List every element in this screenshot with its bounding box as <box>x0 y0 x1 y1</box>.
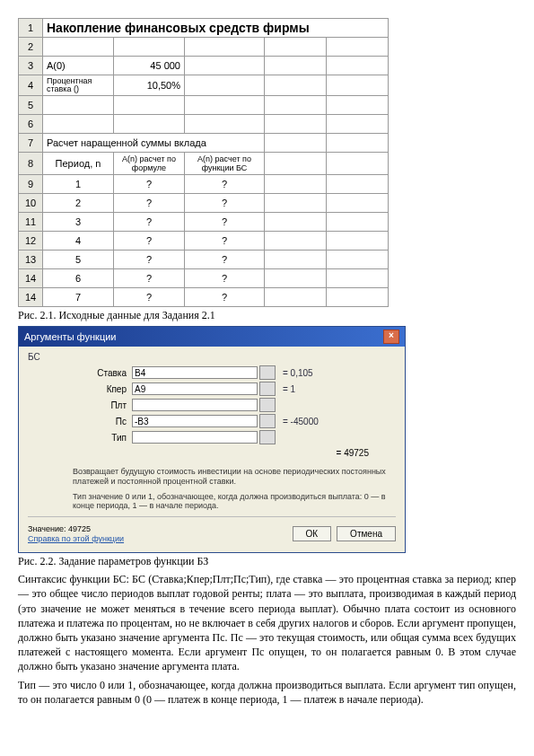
help-link[interactable]: Справка по этой функции <box>28 534 124 543</box>
range-select-icon[interactable] <box>259 382 276 396</box>
arg-input-plt[interactable] <box>132 399 258 411</box>
table-cell: ? <box>114 251 185 269</box>
row-num: 6 <box>19 115 43 134</box>
table-cell: ? <box>114 175 185 194</box>
arg-result: = 1 <box>276 384 295 394</box>
row-num: 14 <box>19 288 43 307</box>
row-num: 9 <box>19 175 43 194</box>
dialog-desc-2: Тип значение 0 или 1, обозначающее, когд… <box>73 492 390 512</box>
arg-label: Плт <box>28 400 132 410</box>
row-num: 11 <box>19 213 43 232</box>
dialog-description: Возвращает будущую стоимость инвестиции … <box>73 467 390 511</box>
row-num: 8 <box>19 153 43 175</box>
table-cell: 6 <box>43 269 114 288</box>
sheet-title: Накопление финансовых средств фирмы <box>43 19 389 38</box>
range-select-icon[interactable] <box>259 430 276 444</box>
arg-label: Ставка <box>28 368 132 378</box>
arg-input-kper[interactable] <box>132 382 258 395</box>
rate-value: 10,50% <box>114 75 185 96</box>
table-cell: ? <box>185 213 265 232</box>
col-bs: A(n) расчет по функции БС <box>185 153 265 175</box>
row-num: 10 <box>19 194 43 213</box>
table-cell: ? <box>114 194 185 213</box>
table-cell: ? <box>185 175 265 194</box>
dialog-desc-1: Возвращает будущую стоимость инвестиции … <box>73 467 390 487</box>
table-cell: ? <box>114 213 185 232</box>
dialog-value-line: = 49725 <box>28 448 396 458</box>
table-cell: 7 <box>43 288 114 307</box>
table-cell: ? <box>185 232 265 251</box>
arg-label: Кпер <box>28 384 132 394</box>
row-num: 2 <box>19 38 43 57</box>
table-cell: ? <box>185 288 265 307</box>
body-paragraph-2: Тип — это число 0 или 1, обозначающее, к… <box>18 678 516 707</box>
table-cell: 5 <box>43 251 114 269</box>
arg-result: = -45000 <box>276 417 319 426</box>
table-cell: ? <box>185 269 265 288</box>
ok-button[interactable]: ОК <box>293 526 332 541</box>
body-paragraph-1: Синтаксис функции БС: БС (Ставка;Кпер;Пл… <box>18 572 516 673</box>
col-formula: A(n) расчет по формуле <box>114 153 185 175</box>
dialog-fn-name: БС <box>28 352 396 362</box>
calc-title: Расчет наращенной суммы вклада <box>43 134 265 153</box>
range-select-icon[interactable] <box>259 414 276 428</box>
table-cell: 2 <box>43 194 114 213</box>
arg-label: Пс <box>28 417 132 426</box>
table-cell: ? <box>185 194 265 213</box>
figure-caption-2: Рис. 2.2. Задание параметров функции БЗ <box>18 555 516 568</box>
arg-input-tip[interactable] <box>132 431 258 444</box>
table-cell: ? <box>114 269 185 288</box>
row-num: 12 <box>19 232 43 251</box>
range-select-icon[interactable] <box>259 398 276 412</box>
spreadsheet: 1 Накопление финансовых средств фирмы 2 … <box>18 18 389 307</box>
arg-result: = 0,105 <box>276 368 313 378</box>
row-num: 13 <box>19 251 43 269</box>
arg-input-stavka[interactable] <box>132 366 258 379</box>
col-period: Период, n <box>43 153 114 175</box>
table-cell: 4 <box>43 232 114 251</box>
table-cell: ? <box>114 288 185 307</box>
a0-label: A(0) <box>43 57 114 75</box>
arg-label: Тип <box>28 433 132 443</box>
table-cell: ? <box>114 232 185 251</box>
rate-label: Процентная ставка () <box>43 75 114 96</box>
table-cell: ? <box>185 251 265 269</box>
table-cell: 3 <box>43 213 114 232</box>
close-icon[interactable]: × <box>383 330 399 344</box>
row-num: 14 <box>19 269 43 288</box>
dialog-titlebar: Аргументы функции × <box>19 327 405 347</box>
arg-input-ps[interactable] <box>132 415 258 427</box>
function-args-dialog: Аргументы функции × БС Ставка= 0,105 Кпе… <box>18 326 406 553</box>
row-num: 5 <box>19 96 43 115</box>
range-select-icon[interactable] <box>259 365 276 380</box>
a0-value: 45 000 <box>114 57 185 75</box>
row-num: 7 <box>19 134 43 153</box>
dialog-title-text: Аргументы функции <box>24 331 117 342</box>
cancel-button[interactable]: Отмена <box>337 526 396 541</box>
figure-caption-1: Рис. 2.1. Исходные данные для Задания 2.… <box>18 309 516 322</box>
table-cell: 1 <box>43 175 114 194</box>
row-num: 4 <box>19 75 43 96</box>
row-num: 1 <box>19 19 43 38</box>
dialog-result: Значение: 49725 <box>28 524 124 533</box>
row-num: 3 <box>19 57 43 75</box>
